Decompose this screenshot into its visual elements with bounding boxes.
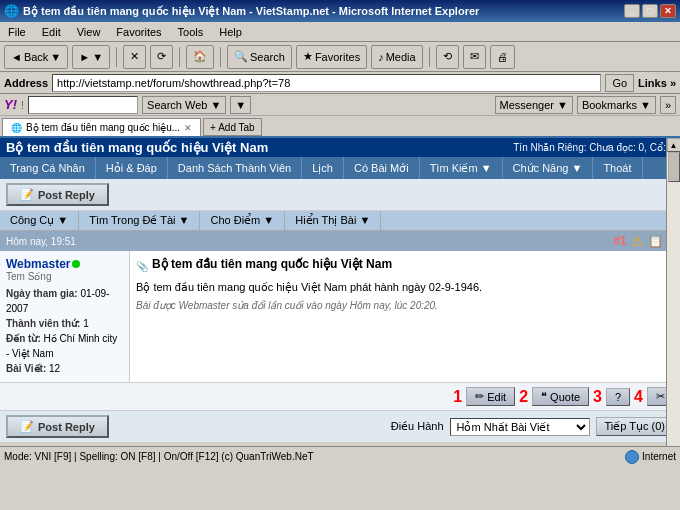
post-sidebar: Webmaster Tem Sống Ngày tham gia: 01-09-… xyxy=(0,251,130,382)
posts-count: 12 xyxy=(49,363,60,374)
post-area: Webmaster Tem Sống Ngày tham gia: 01-09-… xyxy=(0,251,680,383)
menu-favorites[interactable]: Favorites xyxy=(112,24,165,40)
tab-label: Bộ tem đầu tiên mang quốc hiệu... xyxy=(26,122,180,133)
report-icon: 📋 xyxy=(648,234,663,248)
nav-chuc-nang[interactable]: Chức Năng ▼ xyxy=(503,157,594,179)
post-actions: 1 ✏ Edit 2 ❝ Quote 3 ? 4 ✂ xyxy=(0,383,680,411)
home-icon: 🏠 xyxy=(193,50,207,63)
nav-tim-kiem[interactable]: Tìm Kiếm ▼ xyxy=(420,157,503,179)
minimize-button[interactable]: _ xyxy=(624,4,640,18)
table-rating-item[interactable]: Cho Điểm ▼ xyxy=(200,211,285,230)
window-title: Bộ tem đầu tiên mang quốc hiệu Việt Nam … xyxy=(23,5,479,18)
status-mode-label: Mode: VNI [F9] | Spelling: ON [F8] | On/… xyxy=(4,451,625,462)
menu-view[interactable]: View xyxy=(73,24,105,40)
nav-thoat[interactable]: Thoát xyxy=(593,157,642,179)
address-label: Address xyxy=(4,77,48,89)
posts-label: Bài Viết: xyxy=(6,363,46,374)
quote-button[interactable]: ❝ Quote xyxy=(532,387,589,406)
attachment-icon: 📎 xyxy=(136,261,148,272)
yahoo-more-button[interactable]: » xyxy=(660,96,676,114)
post-title: Bộ tem đầu tiên mang quốc hiệu Việt Nam xyxy=(152,257,392,271)
tab-favicon: 🌐 xyxy=(11,123,22,133)
nav-hoi-dap[interactable]: Hỏi & Đáp xyxy=(96,157,168,179)
yahoo-messenger-button[interactable]: Messenger ▼ xyxy=(495,96,573,114)
menubar: File Edit View Favorites Tools Help xyxy=(0,22,680,42)
history-icon: ⟲ xyxy=(443,50,452,63)
nav-danh-sach[interactable]: Danh Sách Thành Viên xyxy=(168,157,302,179)
menu-help[interactable]: Help xyxy=(215,24,246,40)
action4-icon: ✂ xyxy=(656,390,665,403)
scroll-thumb[interactable] xyxy=(668,152,680,182)
media-button[interactable]: ♪ Media xyxy=(371,45,422,69)
yahoo-web-button[interactable]: ▼ xyxy=(230,96,251,114)
yahoo-toolbar: Y! ! Search Web ▼ ▼ Messenger ▼ Bookmark… xyxy=(0,94,680,116)
favorites-button[interactable]: ★ Favorites xyxy=(296,45,367,69)
dieu-hanh-select[interactable]: Hỏm Nhất Bài Viết xyxy=(450,418,590,436)
close-button[interactable]: ✕ xyxy=(660,4,676,18)
nav-lich[interactable]: Lịch xyxy=(302,157,344,179)
post-username[interactable]: Webmaster xyxy=(6,257,70,271)
globe-icon xyxy=(625,450,639,464)
tiep-tuc-button[interactable]: Tiếp Tục (0) xyxy=(596,417,674,436)
refresh-button[interactable]: ⟳ xyxy=(150,45,173,69)
quote-icon: ❝ xyxy=(541,390,547,403)
action-num-1: 1 xyxy=(453,388,462,406)
back-icon: ◄ xyxy=(11,51,22,63)
yahoo-bookmarks-button[interactable]: Bookmarks ▼ xyxy=(577,96,656,114)
table-tools-item[interactable]: Công Cụ ▼ xyxy=(0,211,79,230)
active-tab[interactable]: 🌐 Bộ tem đầu tiên mang quốc hiệu... ✕ xyxy=(2,118,201,136)
separator2 xyxy=(179,47,180,67)
menu-edit[interactable]: Edit xyxy=(38,24,65,40)
mail-button[interactable]: ✉ xyxy=(463,45,486,69)
action-num-4: 4 xyxy=(634,388,643,406)
post-number: #1 xyxy=(613,234,626,248)
back-button[interactable]: ◄ Back ▼ xyxy=(4,45,68,69)
menu-tools[interactable]: Tools xyxy=(174,24,208,40)
forum-nav: Trang Cá Nhân Hỏi & Đáp Danh Sách Thành … xyxy=(0,157,680,179)
go-button[interactable]: Go xyxy=(605,74,634,92)
action-num-3: 3 xyxy=(593,388,602,406)
forward-button[interactable]: ► ▼ xyxy=(72,45,110,69)
action3-icon: ? xyxy=(615,391,621,403)
post-date: Hôm nay, 19:51 xyxy=(6,236,76,247)
links-label[interactable]: Links » xyxy=(638,77,676,89)
scroll-up-button[interactable]: ▲ xyxy=(667,138,681,152)
tab-bar: 🌐 Bộ tem đầu tiên mang quốc hiệu... ✕ + … xyxy=(0,116,680,138)
maximize-button[interactable]: □ xyxy=(642,4,658,18)
stop-button[interactable]: ✕ xyxy=(123,45,146,69)
nav-co-bai-moi[interactable]: Có Bài Mới xyxy=(344,157,420,179)
edit-button[interactable]: ✏ Edit xyxy=(466,387,515,406)
nav-trang-ca-nhan[interactable]: Trang Cá Nhân xyxy=(0,157,96,179)
yahoo-search-input[interactable] xyxy=(28,96,138,114)
print-icon: 🖨 xyxy=(497,51,508,63)
dieu-hanh-area: Điều Hành Hỏm Nhất Bài Viết Tiếp Tục (0) xyxy=(391,417,674,436)
from-label: Đến từ: xyxy=(6,333,41,344)
post-reply-bottom-button[interactable]: 📝 Post Reply xyxy=(6,415,109,438)
forum-header-info: Tín Nhắn Riêng: Chưa đọc: 0, Cổ: 0 xyxy=(513,142,674,153)
yahoo-logo: Y! xyxy=(4,97,17,112)
post-reply-top-area: 📝 Post Reply xyxy=(0,179,680,211)
window-icon: 🌐 xyxy=(4,4,19,18)
post-meta: Ngày tham gia: 01-09-2007 Thành viên thứ… xyxy=(6,286,123,376)
yahoo-search-web-button[interactable]: Search Web ▼ xyxy=(142,96,226,114)
dieu-hanh-label: Điều Hành xyxy=(391,420,444,433)
tab-close-icon[interactable]: ✕ xyxy=(184,123,192,133)
post-reply-top-button[interactable]: 📝 Post Reply xyxy=(6,183,109,206)
address-input[interactable] xyxy=(52,74,601,92)
post-body: 📎 Bộ tem đầu tiên mang quốc hiệu Việt Na… xyxy=(130,251,680,382)
vertical-scrollbar: ▲ ▼ xyxy=(666,138,680,466)
print-button[interactable]: 🖨 xyxy=(490,45,515,69)
home-button[interactable]: 🏠 xyxy=(186,45,214,69)
media-icon: ♪ xyxy=(378,51,384,63)
table-search-item[interactable]: Tìm Trong Đề Tài ▼ xyxy=(79,211,200,230)
yahoo-exclaim: ! xyxy=(21,99,24,111)
separator3 xyxy=(220,47,221,67)
scroll-track[interactable] xyxy=(667,152,680,452)
menu-file[interactable]: File xyxy=(4,24,30,40)
add-tab-button[interactable]: + Add Tab xyxy=(203,118,262,136)
search-button[interactable]: 🔍 Search xyxy=(227,45,292,69)
table-display-item[interactable]: Hiển Thị Bài ▼ xyxy=(285,211,381,230)
history-button[interactable]: ⟲ xyxy=(436,45,459,69)
action-btn-3[interactable]: ? xyxy=(606,388,630,406)
reply-icon: 📝 xyxy=(20,188,34,201)
